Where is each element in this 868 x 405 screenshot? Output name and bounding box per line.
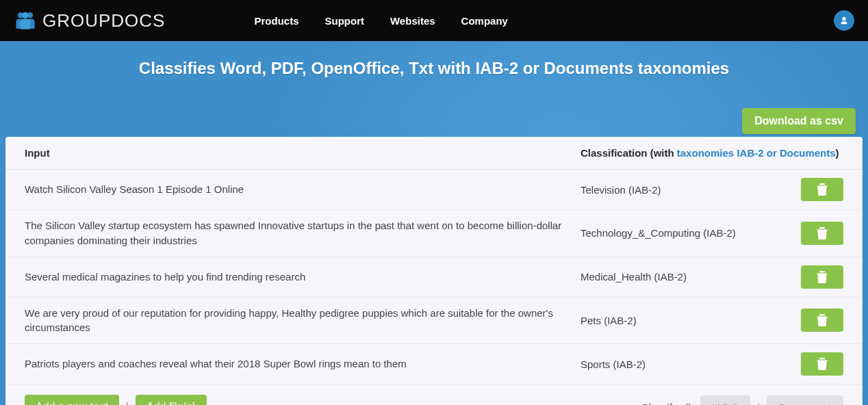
header-classification: Classification (with taxonomies IAB-2 or… (580, 147, 843, 159)
footer-right: Classify all: IAB-2 | Documents (641, 395, 843, 406)
nav-company[interactable]: Company (461, 15, 508, 27)
user-icon (839, 16, 849, 25)
delete-row-button[interactable] (801, 309, 843, 332)
page-title: Classifies Word, PDF, OpenOffice, Txt wi… (0, 41, 868, 78)
user-menu-button[interactable] (834, 10, 854, 31)
header-input: Input (25, 147, 580, 159)
delete-row-button[interactable] (801, 222, 843, 245)
delete-row-button[interactable] (801, 265, 843, 289)
row-classification: Television (IAB-2) (580, 184, 795, 196)
trash-icon (817, 358, 828, 370)
table-row: We are very proud of our reputation for … (5, 298, 863, 345)
trash-icon (817, 183, 828, 196)
row-input-text: Patriots players and coaches reveal what… (25, 356, 580, 371)
separator: | (757, 402, 760, 406)
nav-websites[interactable]: Websites (390, 15, 435, 27)
table-row: Patriots players and coaches reveal what… (5, 344, 863, 384)
svg-point-2 (22, 12, 28, 18)
add-text-button[interactable]: Add a new text (25, 395, 119, 405)
classify-all-label: Classify all: (641, 402, 693, 406)
table-row: Several medical magazines to help you fi… (5, 257, 863, 298)
row-actions (795, 265, 843, 289)
footer-left: Add a new text | Add file(s) (25, 395, 207, 405)
brand-logo[interactable]: GROUPDOCS (14, 10, 165, 31)
groupdocs-logo-icon (14, 11, 37, 30)
nav-products[interactable]: Products (254, 15, 298, 27)
row-input-text: Several medical magazines to help you fi… (25, 270, 580, 285)
top-nav: GROUPDOCS Products Support Websites Comp… (0, 0, 868, 41)
header-classification-suffix: ) (836, 147, 839, 159)
row-classification: Pets (IAB-2) (580, 315, 795, 326)
classify-documents-button[interactable]: Documents (767, 395, 843, 406)
row-classification: Sports (IAB-2) (580, 358, 795, 370)
main-nav: Products Support Websites Company (254, 15, 507, 27)
nav-support[interactable]: Support (324, 15, 364, 27)
row-actions (795, 352, 843, 376)
table-row: Watch Silicon Valley Season 1 Episode 1 … (5, 170, 863, 210)
table-row: The Silicon Valley startup ecosystem has… (5, 210, 863, 257)
delete-row-button[interactable] (801, 178, 843, 201)
download-csv-button[interactable]: Download as csv (742, 108, 856, 134)
row-actions (795, 178, 843, 201)
table-footer: Add a new text | Add file(s) Classify al… (5, 384, 863, 405)
add-files-button[interactable]: Add file(s) (136, 395, 207, 405)
trash-icon (817, 271, 828, 283)
trash-icon (817, 227, 828, 239)
table-header: Input Classification (with taxonomies IA… (5, 137, 863, 170)
delete-row-button[interactable] (801, 352, 843, 376)
row-input-text: Watch Silicon Valley Season 1 Episode 1 … (25, 182, 580, 197)
classify-iab2-button[interactable]: IAB-2 (700, 395, 751, 406)
trash-icon (817, 314, 828, 326)
brand-name: GROUPDOCS (42, 10, 165, 31)
row-actions (795, 222, 843, 245)
row-actions (795, 309, 843, 332)
results-card: Input Classification (with taxonomies IA… (5, 137, 863, 405)
separator: | (126, 401, 129, 405)
row-classification: Technology_&_Computing (IAB-2) (580, 227, 795, 239)
row-input-text: We are very proud of our reputation for … (25, 306, 580, 336)
row-classification: Medical_Health (IAB-2) (580, 271, 795, 283)
header-classification-prefix: Classification (with (580, 147, 677, 159)
row-input-text: The Silicon Valley startup ecosystem has… (25, 218, 580, 248)
taxonomies-link[interactable]: taxonomies IAB-2 or Documents (677, 147, 836, 159)
